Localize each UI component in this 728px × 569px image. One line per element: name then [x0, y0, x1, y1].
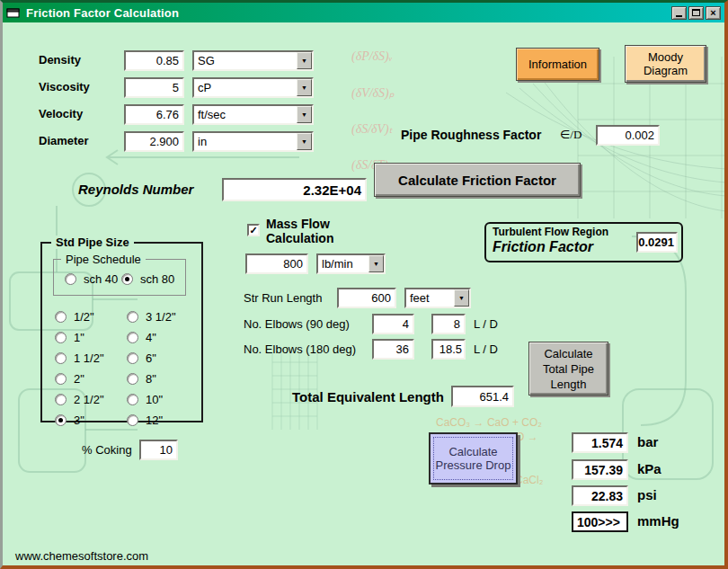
pipe-roughness-value: 0.002: [625, 129, 654, 142]
bar-unit-label: bar: [637, 434, 658, 449]
mass-flow-checkbox[interactable]: ✓: [247, 224, 260, 236]
sch80-label: sch 80: [140, 272, 174, 286]
size-label: 12": [146, 413, 163, 427]
size-label: 1 1/2": [74, 351, 104, 365]
velocity-unit-select[interactable]: ft/sec▼: [192, 104, 314, 125]
size-1half-row[interactable]: 1 1/2": [55, 351, 104, 365]
pipe-schedule-group: Pipe Schedule sch 40 sch 80: [53, 259, 186, 296]
maximize-button[interactable]: [688, 6, 704, 20]
diameter-input[interactable]: 2.900: [124, 131, 184, 152]
total-equivalent-length-field[interactable]: 651.4: [451, 386, 514, 407]
size-12-radio[interactable]: [127, 414, 138, 426]
pressure-mmhg-field[interactable]: 100>>>: [572, 511, 628, 532]
viscosity-label: Viscosity: [39, 80, 90, 93]
chevron-down-icon[interactable]: ▼: [297, 133, 312, 150]
calculate-friction-factor-button[interactable]: Calculate Friction Factor: [374, 163, 581, 197]
chevron-down-icon[interactable]: ▼: [297, 52, 312, 69]
pipe-roughness-input[interactable]: 0.002: [596, 125, 660, 146]
maximize-icon: [692, 9, 700, 16]
website-link[interactable]: www.chemesoftstore.com: [15, 549, 148, 563]
flow-region-label: Turbulent Flow Region: [493, 226, 608, 238]
size-6-radio[interactable]: [127, 352, 138, 364]
sch80-radio[interactable]: [121, 273, 133, 285]
size-1-row[interactable]: 1": [55, 331, 84, 344]
coking-value: 10: [160, 443, 173, 457]
chevron-down-icon[interactable]: ▼: [297, 106, 312, 123]
size-2-radio[interactable]: [55, 373, 67, 385]
elbows-90-ld-input[interactable]: 8: [431, 314, 466, 334]
viscosity-value: 5: [173, 81, 179, 94]
reynolds-number-field[interactable]: 2.32E+04: [222, 178, 367, 201]
diameter-unit-select[interactable]: in▼: [192, 131, 314, 152]
pressure-bar-field[interactable]: 1.574: [572, 432, 628, 453]
str-run-unit-select[interactable]: feet▼: [404, 288, 471, 308]
viscosity-input[interactable]: 5: [124, 77, 184, 98]
sch40-radio-row[interactable]: sch 40: [65, 272, 118, 286]
chevron-down-icon[interactable]: ▼: [297, 79, 312, 96]
elbows-90-count: 4: [403, 317, 409, 331]
close-button[interactable]: ×: [706, 6, 721, 20]
size-3-radio[interactable]: [55, 414, 67, 426]
elbows-90-count-input[interactable]: 4: [372, 314, 414, 334]
calculate-pressure-drop-button[interactable]: Calculate Pressure Drop: [429, 432, 518, 485]
diameter-label: Diameter: [39, 134, 89, 147]
sch40-radio[interactable]: [65, 273, 76, 285]
size-4-radio[interactable]: [127, 332, 138, 343]
density-unit-select[interactable]: SG▼: [192, 50, 314, 71]
friction-factor-field[interactable]: 0.0291: [636, 232, 678, 253]
calculate-total-pipe-length-button[interactable]: Calculate Total Pipe Length: [528, 342, 608, 396]
information-button[interactable]: Information: [516, 48, 599, 81]
velocity-unit: ft/sec: [198, 108, 226, 121]
elbows-180-count-input[interactable]: 36: [372, 339, 414, 360]
size-4-row[interactable]: 4": [127, 331, 156, 344]
size-12-row[interactable]: 12": [127, 413, 163, 427]
elbows-180-ld-input[interactable]: 18.5: [431, 339, 466, 360]
density-value: 0.85: [156, 54, 179, 67]
str-run-unit: feet: [410, 291, 430, 305]
sch40-label: sch 40: [84, 272, 118, 286]
pressure-psi-field[interactable]: 22.83: [572, 485, 628, 506]
size-2half-radio[interactable]: [55, 394, 67, 405]
coking-label: % Coking: [82, 443, 132, 457]
size-8-row[interactable]: 8": [127, 372, 156, 386]
density-input[interactable]: 0.85: [124, 50, 184, 71]
viscosity-unit: cP: [198, 81, 211, 94]
size-label: 1/2": [74, 310, 94, 324]
size-3half-radio[interactable]: [127, 311, 138, 323]
velocity-value: 6.76: [156, 108, 179, 121]
sch80-radio-row[interactable]: sch 80: [121, 272, 174, 286]
moody-diagram-button[interactable]: Moody Diagram: [625, 45, 706, 83]
size-8-radio[interactable]: [127, 373, 138, 385]
size-6-row[interactable]: 6": [127, 351, 156, 365]
chevron-down-icon[interactable]: ▼: [368, 255, 384, 272]
elbows-180-ld: 18.5: [439, 342, 462, 356]
size-2-row[interactable]: 2": [55, 372, 84, 386]
pressure-kpa-field[interactable]: 157.39: [572, 459, 628, 480]
mmhg-unit-label: mmHg: [637, 513, 679, 529]
size-10-row[interactable]: 10": [127, 393, 163, 406]
mass-flow-label: Mass Flow Calculation: [266, 217, 351, 245]
size-3-row[interactable]: 3": [55, 413, 84, 427]
size-half-row[interactable]: 1/2": [55, 310, 94, 324]
mass-flow-input[interactable]: 800: [245, 253, 308, 274]
size-10-radio[interactable]: [127, 394, 138, 405]
size-half-radio[interactable]: [55, 311, 67, 323]
str-run-length-input[interactable]: 600: [337, 288, 396, 308]
size-1half-radio[interactable]: [55, 352, 67, 364]
velocity-input[interactable]: 6.76: [124, 104, 184, 125]
friction-factor-value: 0.0291: [638, 236, 674, 249]
size-label: 3 1/2": [146, 310, 176, 324]
velocity-label: Velocity: [39, 107, 83, 120]
viscosity-unit-select[interactable]: cP▼: [192, 77, 314, 98]
density-label: Density: [39, 53, 81, 67]
size-1-radio[interactable]: [55, 332, 67, 343]
chevron-down-icon[interactable]: ▼: [454, 289, 469, 307]
reynolds-number-label: Reynolds Number: [78, 182, 193, 197]
mass-flow-unit-select[interactable]: lb/min▼: [316, 253, 386, 274]
dropdown-arrow-glyph: ▼: [301, 138, 307, 145]
size-label: 10": [146, 393, 163, 406]
minimize-button[interactable]: [671, 6, 687, 20]
size-3half-row[interactable]: 3 1/2": [127, 310, 176, 324]
size-2half-row[interactable]: 2 1/2": [55, 393, 104, 406]
coking-input[interactable]: 10: [139, 440, 178, 460]
